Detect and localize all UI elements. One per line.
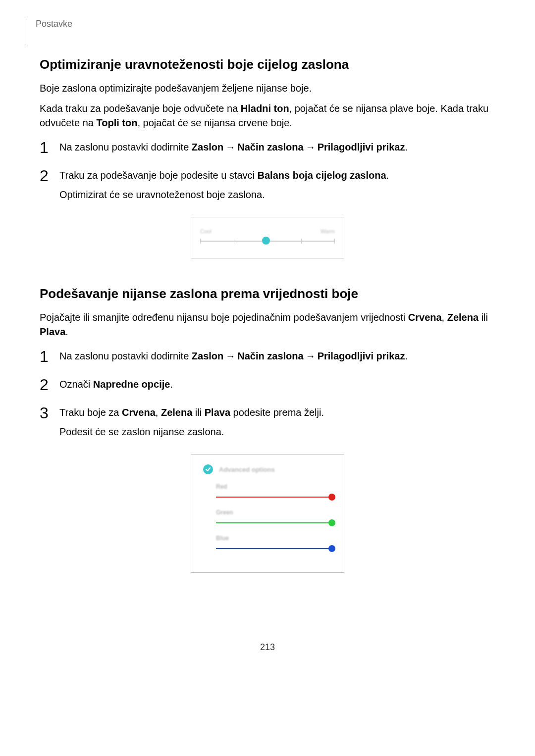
green-slider-row: Green xyxy=(216,509,332,527)
steps-section-2: Na zaslonu postavki dodirnite Zaslon→Nač… xyxy=(40,349,495,439)
balance-tick xyxy=(234,239,234,244)
red-slider-fill xyxy=(216,497,332,498)
blue-slider-row: Blue xyxy=(216,535,332,553)
step-1-2: Traku za podešavanje boje podesite u sta… xyxy=(40,168,495,202)
red-slider-knob[interactable] xyxy=(328,494,335,501)
red-slider-row: Red xyxy=(216,483,332,501)
balance-tick xyxy=(334,239,335,244)
balance-slider-handle[interactable] xyxy=(262,237,270,245)
red-label: Red xyxy=(216,483,332,490)
advanced-options-header[interactable]: Advanced options xyxy=(203,464,332,474)
balance-slider-track[interactable] xyxy=(200,238,335,244)
page-number: 213 xyxy=(40,642,495,653)
balance-labels: Cool Warm xyxy=(200,228,335,234)
step-1-2-sub: Optimizirat će se uravnoteženost boje za… xyxy=(59,188,495,202)
balance-label-left: Cool xyxy=(200,228,212,234)
advanced-options-label: Advanced options xyxy=(219,466,275,473)
blue-slider-knob[interactable] xyxy=(328,545,335,552)
blue-slider-fill xyxy=(216,548,332,549)
blue-label: Blue xyxy=(216,535,332,542)
step-1-1: Na zaslonu postavki dodirnite Zaslon→Nač… xyxy=(40,140,495,154)
balance-tick xyxy=(200,239,201,244)
checkbox-checked-icon[interactable] xyxy=(203,464,213,474)
green-label: Green xyxy=(216,509,332,516)
margin-rule xyxy=(25,19,25,46)
steps-section-1: Na zaslonu postavki dodirnite Zaslon→Nač… xyxy=(40,140,495,202)
blue-slider[interactable] xyxy=(216,546,332,553)
balance-label-right: Warm xyxy=(321,228,335,234)
balance-tick xyxy=(301,239,302,244)
step-2-3-sub: Podesit će se zaslon nijanse zaslona. xyxy=(59,425,495,439)
step-2-2: Označi Napredne opcije. xyxy=(40,377,495,392)
red-slider[interactable] xyxy=(216,494,332,501)
paragraph-1: Boje zaslona optimizirajte podešavanjem … xyxy=(40,81,495,96)
step-2-1: Na zaslonu postavki dodirnite Zaslon→Nač… xyxy=(40,349,495,363)
green-slider[interactable] xyxy=(216,520,332,527)
heading-optimize-balance: Optimiziranje uravnoteženosti boje cijel… xyxy=(40,57,495,72)
advanced-options-figure: Advanced options Red Green Blue xyxy=(191,454,344,573)
section-header: Postavke xyxy=(36,19,495,29)
green-slider-fill xyxy=(216,522,332,523)
balance-slider-figure: Cool Warm xyxy=(191,217,344,258)
step-2-3: Traku boje za Crvena, Zelena ili Plava p… xyxy=(40,405,495,439)
paragraph-3: Pojačajte ili smanjite određenu nijansu … xyxy=(40,310,495,339)
heading-adjust-by-value: Podešavanje nijanse zaslona prema vrijed… xyxy=(40,286,495,302)
paragraph-2: Kada traku za podešavanje boje odvučete … xyxy=(40,101,495,130)
green-slider-knob[interactable] xyxy=(328,519,335,526)
